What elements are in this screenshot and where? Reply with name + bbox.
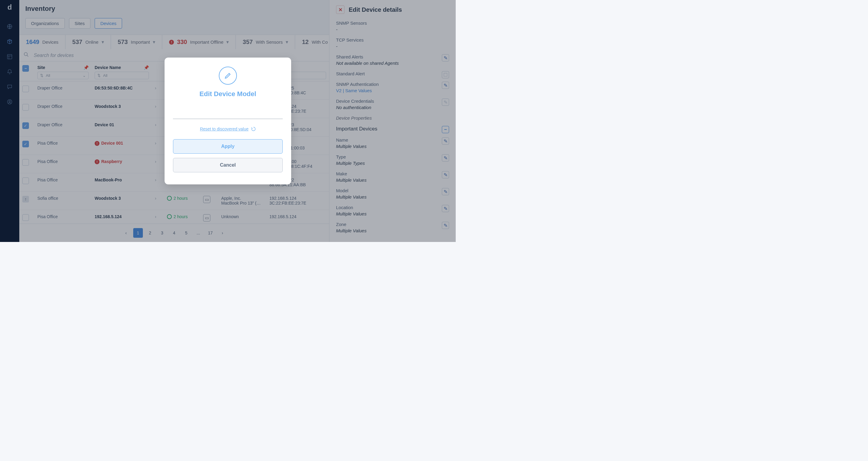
model-input[interactable] <box>173 109 283 119</box>
modal-overlay[interactable]: Edit Device Model Reset to discovered va… <box>0 0 456 242</box>
cancel-button[interactable]: Cancel <box>173 158 283 172</box>
pencil-icon <box>219 67 237 85</box>
modal-title: Edit Device Model <box>173 90 283 98</box>
reset-link-text: Reset to discovered value <box>200 127 248 131</box>
edit-device-model-modal: Edit Device Model Reset to discovered va… <box>164 58 291 184</box>
reset-link[interactable]: Reset to discovered value <box>200 127 255 131</box>
apply-button[interactable]: Apply <box>173 139 283 154</box>
